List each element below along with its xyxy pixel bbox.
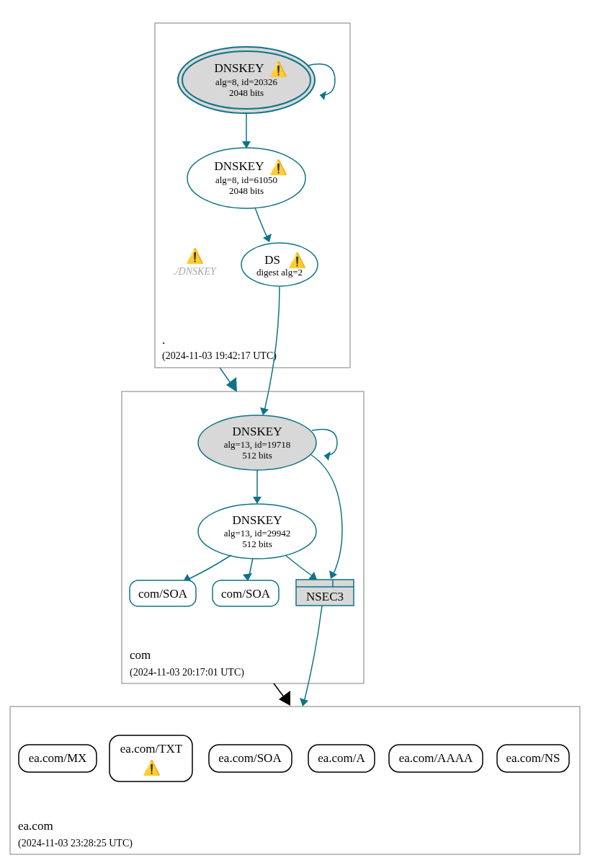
root-ksk-bits: 2048 bits [229, 87, 264, 98]
root-ds[interactable]: DS ⚠️ digest alg=2 [241, 243, 318, 286]
com-zsk-alg: alg=13, id=29942 [224, 528, 291, 539]
svg-marker-4 [320, 91, 326, 100]
com-ksk-title: DNSKEY [233, 425, 282, 438]
zone-ea-timestamp: (2024-11-03 23:28:25 UTC) [18, 838, 133, 849]
com-zsk-title: DNSKEY [233, 513, 282, 527]
ea-aaaa[interactable]: ea.com/AAAA [389, 745, 483, 772]
edge-com-ksk-zsk [253, 470, 262, 504]
ea-aaaa-label: ea.com/AAAA [399, 751, 473, 765]
ea-soa[interactable]: ea.com/SOA [209, 745, 292, 772]
warning-icon: ⚠️ [269, 61, 287, 78]
svg-marker-15 [253, 497, 262, 504]
edge-root-to-com-delegation [220, 368, 237, 392]
edge-root-ksk-zsk [242, 113, 251, 149]
edge-com-zsk-nsec3 [285, 555, 317, 580]
ea-txt[interactable]: ea.com/TXT ⚠️ [109, 735, 192, 781]
ea-a-label: ea.com/A [318, 751, 365, 765]
zone-root-label: . [162, 333, 165, 347]
warning-icon: ⚠️ [143, 759, 161, 776]
com-soa-a[interactable]: com/SOA [130, 580, 196, 606]
com-soa-a-label: com/SOA [138, 587, 188, 601]
ea-a[interactable]: ea.com/A [308, 745, 375, 772]
ea-ns[interactable]: ea.com/NS [497, 745, 569, 772]
root-ds-alg: digest alg=2 [256, 267, 303, 278]
svg-marker-7 [263, 234, 272, 242]
svg-marker-10 [260, 407, 269, 415]
com-zsk-bits: 512 bits [242, 539, 272, 549]
ea-txt-label: ea.com/TXT [120, 742, 183, 756]
edge-com-zsk-soa2 [243, 558, 253, 581]
com-dnskey-ksk[interactable]: DNSKEY alg=13, id=19718 512 bits [198, 415, 316, 470]
root-zsk-alg: alg=8, id=61050 [215, 174, 277, 185]
warning-icon: ⚠️ [269, 159, 287, 176]
edge-nsec3-to-ea [300, 606, 322, 707]
zone-ea-com: ea.com (2024-11-03 23:28:25 UTC) [10, 707, 580, 854]
ea-soa-label: ea.com/SOA [218, 751, 282, 765]
root-dnskey-ksk[interactable]: DNSKEY ⚠️ alg=8, id=20326 2048 bits [178, 47, 315, 113]
zone-com-label: com [130, 648, 151, 662]
svg-marker-27 [300, 698, 308, 707]
edge-com-ksk-nsec3 [311, 455, 342, 579]
ea-mx[interactable]: ea.com/MX [19, 745, 97, 772]
com-soa-b-label: com/SOA [221, 587, 271, 601]
root-ksk-alg: alg=8, id=20326 [215, 76, 278, 87]
zone-root-timestamp: (2024-11-03 19:42:17 UTC) [162, 350, 277, 362]
svg-marker-19 [308, 572, 317, 580]
ea-ns-label: ea.com/NS [506, 751, 560, 765]
zone-ea-label: ea.com [18, 819, 53, 833]
root-zsk-bits: 2048 bits [229, 185, 264, 196]
com-nsec3[interactable]: NSEC3 [296, 580, 354, 606]
zone-com-timestamp: (2024-11-03 20:17:01 UTC) [130, 667, 244, 678]
svg-rect-28 [10, 707, 580, 854]
com-nsec3-label: NSEC3 [306, 590, 344, 603]
root-dnskey-zsk[interactable]: DNSKEY ⚠️ alg=8, id=61050 2048 bits [187, 148, 305, 208]
root-missing-dnskey: ⚠️ ./DNSKEY [173, 247, 218, 277]
edge-com-zsk-soa1 [183, 555, 231, 582]
com-soa-b[interactable]: com/SOA [213, 580, 279, 606]
root-ds-title: DS [264, 253, 280, 267]
com-ksk-bits: 512 bits [242, 450, 272, 461]
edge-com-to-ea-delegation [274, 683, 290, 706]
root-ksk-title: DNSKEY [215, 61, 264, 75]
root-zsk-title: DNSKEY [215, 159, 264, 173]
root-missing-dnskey-label: ./DNSKEY [173, 266, 218, 277]
svg-marker-20 [329, 570, 337, 579]
com-dnskey-zsk[interactable]: DNSKEY alg=13, id=29942 512 bits [198, 504, 316, 559]
svg-marker-14 [324, 451, 331, 461]
ea-mx-label: ea.com/MX [29, 751, 87, 765]
com-ksk-alg: alg=13, id=19718 [224, 439, 291, 450]
edge-root-zsk-ds [255, 208, 272, 242]
warning-icon: ⚠️ [186, 247, 204, 265]
